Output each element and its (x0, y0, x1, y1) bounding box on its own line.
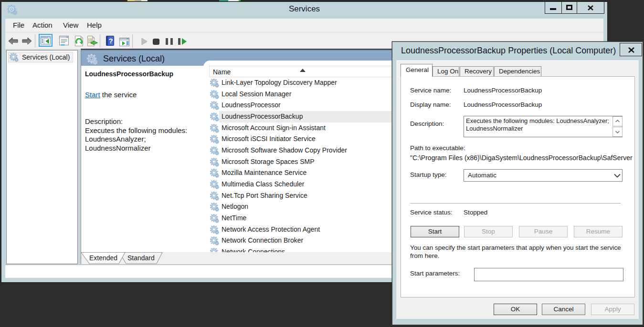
svg-text:?: ? (108, 37, 113, 45)
